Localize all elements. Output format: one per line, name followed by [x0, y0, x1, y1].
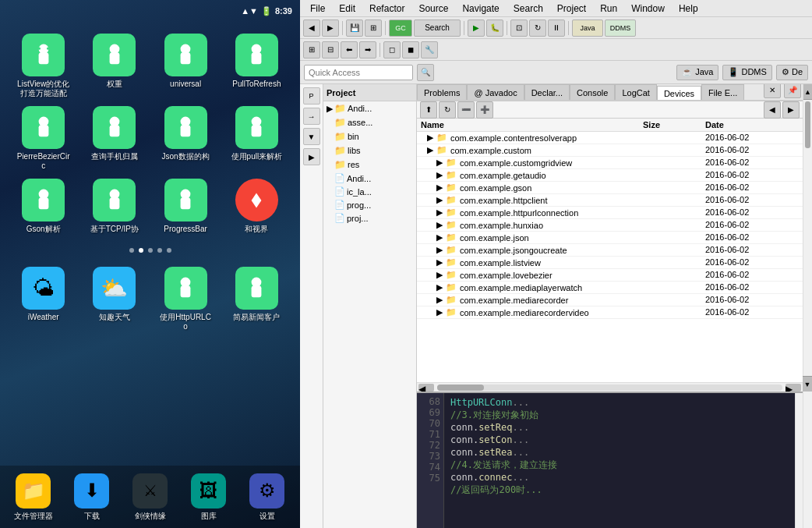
nav-up[interactable]: ⬆: [420, 101, 437, 119]
file-row-4[interactable]: ▶ 📁 com.example.gson 2016-06-02: [417, 182, 803, 194]
file-scrollbar-v[interactable]: ▲ ▼: [803, 84, 812, 528]
file-row-7[interactable]: ▶ 📁 com.example.hunxiao 2016-06-02: [417, 219, 803, 232]
tab-declar[interactable]: Declar...: [524, 84, 570, 100]
app-news[interactable]: 简易新闻客户: [225, 267, 288, 331]
toolbar-2-3[interactable]: ⬅: [341, 41, 358, 58]
toolbar-debug[interactable]: 🐛: [486, 19, 503, 37]
toolbar-ddms[interactable]: DDMS: [605, 19, 636, 37]
file-row-11[interactable]: ▶ 📁 com.example.lovebezier 2016-06-02: [417, 269, 803, 282]
toolbar-save-all[interactable]: ⊞: [365, 19, 382, 37]
tab-devices[interactable]: Devices: [657, 86, 701, 101]
qa-java-btn[interactable]: ☕ Java: [676, 65, 718, 80]
app-url[interactable]: 使用HttpURLCo: [154, 267, 217, 331]
menu-project[interactable]: Project: [551, 2, 592, 16]
file-row-3[interactable]: ▶ 📁 com.example.getaudio 2016-06-02: [417, 169, 803, 182]
toolbar-java[interactable]: Java: [572, 19, 603, 37]
file-row-2[interactable]: ▶ 📁 com.example.customgridview 2016-06-0…: [417, 157, 803, 169]
scroll-up-btn[interactable]: ▲: [803, 84, 812, 100]
nav-scroll[interactable]: ◀: [764, 101, 781, 119]
app-listview[interactable]: ListView的优化 打造万能适配: [12, 34, 75, 98]
menu-edit[interactable]: Edit: [333, 2, 362, 16]
tree-item-3[interactable]: 📁 libs: [323, 144, 416, 158]
code-scrollbar[interactable]: [795, 393, 803, 528]
tree-item-6[interactable]: 📄 ic_la...: [323, 185, 416, 198]
app-pull[interactable]: PullToRefresh: [225, 34, 288, 98]
app-weather2[interactable]: ⛅ 知趣天气: [83, 267, 146, 331]
toolbar-2-6[interactable]: ◼: [402, 41, 419, 58]
nav-expand2[interactable]: ➕: [476, 101, 493, 119]
file-row-14[interactable]: ▶ 📁 com.example.mediarecordervideo 2016-…: [417, 307, 803, 319]
sidebar-collapse-btn[interactable]: ▼: [303, 128, 320, 145]
toolbar-2-2[interactable]: ⊟: [322, 41, 339, 58]
nav-collapse[interactable]: ➖: [457, 101, 475, 119]
app-json[interactable]: Json数据的构: [154, 106, 217, 171]
tree-item-8[interactable]: 📄 proj...: [323, 211, 416, 225]
menu-navigate[interactable]: Navigate: [456, 2, 505, 16]
toolbar-2-7[interactable]: 🔧: [421, 41, 438, 58]
qa-search-btn[interactable]: 🔍: [417, 64, 434, 81]
sidebar-p-btn[interactable]: P: [303, 87, 320, 105]
toolbar-run[interactable]: ▶: [468, 19, 485, 37]
app-gson[interactable]: Gson解析: [12, 179, 75, 234]
sidebar-expand-btn[interactable]: ▶: [303, 148, 320, 165]
tab-pin-btn[interactable]: 📌: [784, 84, 801, 98]
tab-close-btn[interactable]: ✕: [764, 84, 781, 98]
file-row-8[interactable]: ▶ 📁 com.example.json 2016-06-02: [417, 232, 803, 244]
toolbar-2-5[interactable]: ◻: [383, 41, 401, 58]
toolbar-more2[interactable]: ↻: [529, 19, 546, 37]
toolbar-fwd[interactable]: ▶: [322, 19, 339, 37]
scroll-left[interactable]: ◀: [418, 384, 434, 392]
file-row-10[interactable]: ▶ 📁 com.example.listview 2016-06-02: [417, 257, 803, 269]
sidebar-arrow-btn[interactable]: →: [303, 108, 320, 125]
file-row-6[interactable]: ▶ 📁 com.example.httpurlconnection 2016-0…: [417, 207, 803, 219]
menu-file[interactable]: File: [304, 2, 331, 16]
dock-settings[interactable]: ⚙ 设置: [238, 473, 296, 521]
menu-window[interactable]: Window: [625, 2, 671, 16]
toolbar-gc[interactable]: GC: [389, 19, 412, 37]
h-scrollbar[interactable]: ◀ ▶: [417, 382, 803, 392]
qa-ddms-btn[interactable]: 📱 DDMS: [722, 65, 771, 80]
app-bezier[interactable]: PierreBezierCirc: [12, 106, 75, 171]
file-row-0[interactable]: ▶ 📁 com.example.contentresolverapp 2016-…: [417, 132, 803, 144]
toolbar-save[interactable]: 💾: [346, 19, 363, 37]
tree-item-1[interactable]: 📁 asse...: [323, 115, 416, 129]
app-pull2[interactable]: 使用pull来解析: [225, 106, 288, 171]
tab-problems[interactable]: Problems: [417, 84, 467, 100]
app-heshijie[interactable]: 和视界: [225, 179, 288, 234]
menu-source[interactable]: Source: [412, 2, 454, 16]
scroll-down-btn[interactable]: ▼: [803, 376, 812, 392]
app-universal[interactable]: universal: [154, 34, 217, 98]
toolbar-back[interactable]: ◀: [303, 19, 320, 37]
dock-gallery[interactable]: 🖼 图库: [179, 473, 238, 521]
menu-run[interactable]: Run: [594, 2, 623, 16]
menu-search[interactable]: Search: [507, 2, 549, 16]
scroll-right[interactable]: ▶: [786, 384, 801, 392]
toolbar-search[interactable]: Search: [414, 19, 461, 37]
tab-file-explorer[interactable]: File E...: [701, 84, 744, 100]
toolbar-more3[interactable]: ⏸: [548, 19, 565, 37]
app-progress[interactable]: ProgressBar: [154, 179, 217, 234]
menu-help[interactable]: Help: [673, 2, 704, 16]
quick-access-input[interactable]: [304, 65, 413, 80]
file-row-9[interactable]: ▶ 📁 com.example.jsongoucreate 2016-06-02: [417, 244, 803, 257]
dock-download[interactable]: ⬇ 下载: [62, 473, 121, 521]
toolbar-2-1[interactable]: ⊞: [303, 41, 320, 58]
file-row-1[interactable]: ▶ 📁 com.example.custom 2016-06-02: [417, 144, 803, 157]
file-row-12[interactable]: ▶ 📁 com.example.mediaplayerwatch 2016-06…: [417, 282, 803, 294]
tree-item-2[interactable]: 📁 bin: [323, 129, 416, 144]
tab-logcat[interactable]: LogCat: [615, 84, 656, 100]
tree-item-0[interactable]: ▶ 📁 Andi...: [323, 101, 416, 115]
menu-refactor[interactable]: Refactor: [363, 2, 411, 16]
tab-javadoc[interactable]: @ Javadoc: [467, 84, 524, 100]
file-row-5[interactable]: ▶ 📁 com.example.httpclient 2016-06-02: [417, 194, 803, 207]
app-iweather[interactable]: 🌤 iWeather: [12, 267, 75, 331]
app-tcp[interactable]: 基于TCP/IP协: [83, 179, 146, 234]
app-weight[interactable]: 权重: [83, 34, 146, 98]
qa-extra-btn[interactable]: ⚙ De: [776, 65, 808, 80]
file-row-13[interactable]: ▶ 📁 com.example.mediarecorder 2016-06-02: [417, 294, 803, 307]
toolbar-more1[interactable]: ⊡: [510, 19, 528, 37]
tree-item-7[interactable]: 📄 prog...: [323, 198, 416, 211]
tree-item-5[interactable]: 📄 Andi...: [323, 172, 416, 185]
app-phone[interactable]: 查询手机归属: [83, 106, 146, 171]
tab-console[interactable]: Console: [570, 84, 615, 100]
